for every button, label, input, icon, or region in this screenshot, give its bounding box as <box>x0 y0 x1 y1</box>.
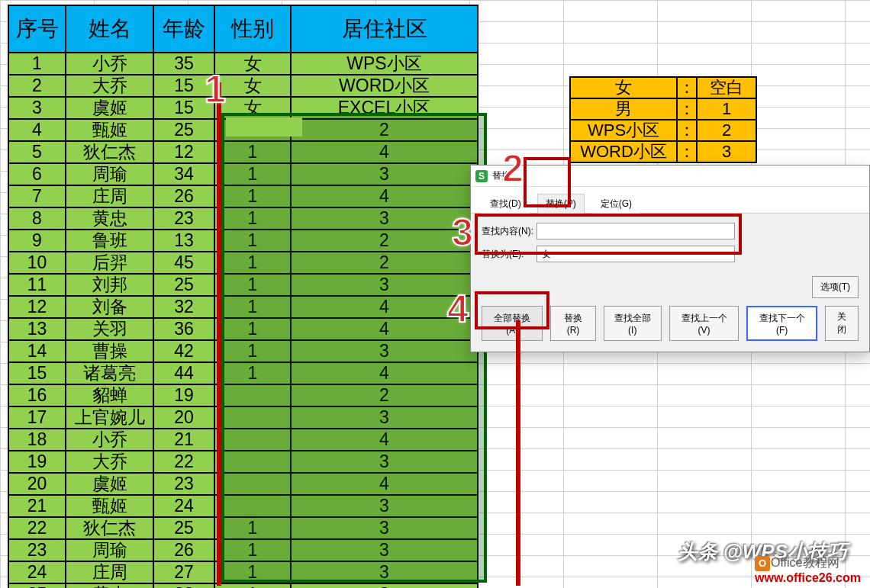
tab-replace[interactable]: 替换(P) <box>537 194 585 214</box>
cell-age[interactable]: 15 <box>153 75 214 97</box>
cell-name[interactable]: 刘备 <box>66 296 153 318</box>
cell-no[interactable]: 13 <box>8 318 66 340</box>
cell-sex[interactable]: 1 <box>214 274 291 296</box>
table-row[interactable]: 3虞姬15女EXCEL小区 <box>8 97 478 119</box>
table-row[interactable]: 21甄姬243 <box>8 495 478 517</box>
cell-sex[interactable]: 1 <box>214 207 291 230</box>
cell-area[interactable]: 3 <box>291 517 478 539</box>
table-row[interactable]: 15诸葛亮4414 <box>8 362 478 384</box>
cell-sex[interactable]: 1 <box>214 517 291 539</box>
cell-age[interactable]: 12 <box>153 141 214 163</box>
cell-name[interactable]: 虞姬 <box>66 473 153 495</box>
cell-area[interactable]: 3 <box>291 340 478 362</box>
cell-sex[interactable] <box>214 473 291 495</box>
cell-name[interactable]: 周瑜 <box>66 539 153 561</box>
cell-sex[interactable]: 1 <box>214 340 291 362</box>
cell-area[interactable]: 4 <box>291 141 478 163</box>
cell-area[interactable]: WPS小区 <box>291 53 478 75</box>
cell-age[interactable]: 20 <box>153 406 214 429</box>
cell-no[interactable]: 16 <box>8 384 66 406</box>
find-next-button[interactable]: 查找下一个(F) <box>746 306 817 341</box>
cell-name[interactable]: 上官婉儿 <box>66 406 153 429</box>
cell-area[interactable]: 2 <box>291 252 478 274</box>
cell-sex[interactable]: 女 <box>214 53 291 75</box>
cell-age[interactable]: 19 <box>153 384 214 406</box>
cell-age[interactable]: 28 <box>153 583 214 588</box>
cell-name[interactable]: 黄忠 <box>66 207 153 230</box>
cell-age[interactable]: 34 <box>153 163 214 185</box>
cell-no[interactable]: 7 <box>8 185 66 207</box>
cell-area[interactable]: 3 <box>291 495 478 517</box>
tab-goto[interactable]: 定位(G) <box>592 194 640 214</box>
cell-sex[interactable]: 1 <box>214 296 291 318</box>
cell-no[interactable]: 25 <box>8 583 66 588</box>
cell-no[interactable]: 24 <box>8 561 66 583</box>
cell-name[interactable]: 狄仁杰 <box>66 517 153 539</box>
cell-name[interactable]: 曹操 <box>66 340 153 362</box>
cell-no[interactable]: 23 <box>8 539 66 561</box>
cell-no[interactable]: 12 <box>8 296 66 318</box>
close-button[interactable]: 关闭 <box>825 306 859 341</box>
table-row[interactable]: 18小乔214 <box>8 429 478 451</box>
table-row[interactable]: 7庄周2614 <box>8 185 478 207</box>
cell-age[interactable]: 32 <box>153 296 214 318</box>
cell-no[interactable]: 11 <box>8 274 66 296</box>
table-row[interactable]: 16貂蝉192 <box>8 384 478 406</box>
table-row[interactable]: 10后羿4512 <box>8 252 478 274</box>
cell-age[interactable]: 26 <box>153 539 214 561</box>
find-all-button[interactable]: 查找全部(I) <box>604 306 662 341</box>
cell-age[interactable]: 36 <box>153 318 214 340</box>
cell-area[interactable]: 4 <box>291 296 478 318</box>
cell-name[interactable]: 黄忠 <box>66 583 153 588</box>
cell-age[interactable]: 13 <box>153 230 214 252</box>
cell-name[interactable]: 大乔 <box>66 451 153 473</box>
table-row[interactable]: 20虞姬234 <box>8 473 478 495</box>
cell-sex[interactable]: 1 <box>214 583 291 588</box>
table-row[interactable]: 1小乔35女WPS小区 <box>8 53 478 75</box>
table-row[interactable]: 17上官婉儿203 <box>8 406 478 429</box>
cell-name[interactable]: 大乔 <box>66 75 153 97</box>
table-row[interactable]: 23周瑜2613 <box>8 539 478 561</box>
cell-area[interactable]: 2 <box>291 119 478 141</box>
cell-no[interactable]: 17 <box>8 406 66 429</box>
cell-sex[interactable] <box>214 384 291 406</box>
cell-area[interactable]: 3 <box>291 274 478 296</box>
cell-age[interactable]: 26 <box>153 185 214 207</box>
cell-no[interactable]: 14 <box>8 340 66 362</box>
cell-name[interactable]: 庄周 <box>66 185 153 207</box>
dialog-titlebar[interactable]: S 替换 <box>471 165 869 187</box>
cell-sex[interactable] <box>214 119 291 141</box>
cell-area[interactable]: WORD小区 <box>291 75 478 97</box>
cell-name[interactable]: 鲁班 <box>66 230 153 252</box>
cell-area[interactable]: 3 <box>291 406 478 429</box>
cell-sex[interactable]: 1 <box>214 185 291 207</box>
cell-sex[interactable] <box>214 495 291 517</box>
cell-name[interactable]: 小乔 <box>66 53 153 75</box>
cell-sex[interactable]: 1 <box>214 362 291 384</box>
cell-sex[interactable]: 女 <box>214 75 291 97</box>
cell-age[interactable]: 42 <box>153 340 214 362</box>
cell-age[interactable]: 25 <box>153 119 214 141</box>
table-row[interactable]: 19大乔223 <box>8 451 478 473</box>
cell-name[interactable]: 甄姬 <box>66 495 153 517</box>
cell-age[interactable]: 35 <box>153 53 214 75</box>
cell-age[interactable]: 23 <box>153 473 214 495</box>
replace-input[interactable] <box>536 246 735 262</box>
table-row[interactable]: 9鲁班1312 <box>8 230 478 252</box>
cell-area[interactable]: EXCEL小区 <box>291 97 478 119</box>
cell-no[interactable]: 22 <box>8 517 66 539</box>
cell-age[interactable]: 25 <box>153 274 214 296</box>
cell-area[interactable]: 2 <box>291 583 478 588</box>
cell-age[interactable]: 27 <box>153 561 214 583</box>
cell-sex[interactable]: 1 <box>214 141 291 163</box>
cell-no[interactable]: 9 <box>8 230 66 252</box>
cell-no[interactable]: 10 <box>8 252 66 274</box>
cell-name[interactable]: 庄周 <box>66 561 153 583</box>
table-row[interactable]: 4甄姬252 <box>8 119 478 141</box>
cell-area[interactable]: 4 <box>291 318 478 340</box>
cell-no[interactable]: 5 <box>8 141 66 163</box>
table-row[interactable]: 25黄忠2812 <box>8 583 478 588</box>
tab-find[interactable]: 查找(D) <box>482 194 530 214</box>
cell-area[interactable]: 4 <box>291 362 478 384</box>
table-row[interactable]: 5狄仁杰1214 <box>8 141 478 163</box>
